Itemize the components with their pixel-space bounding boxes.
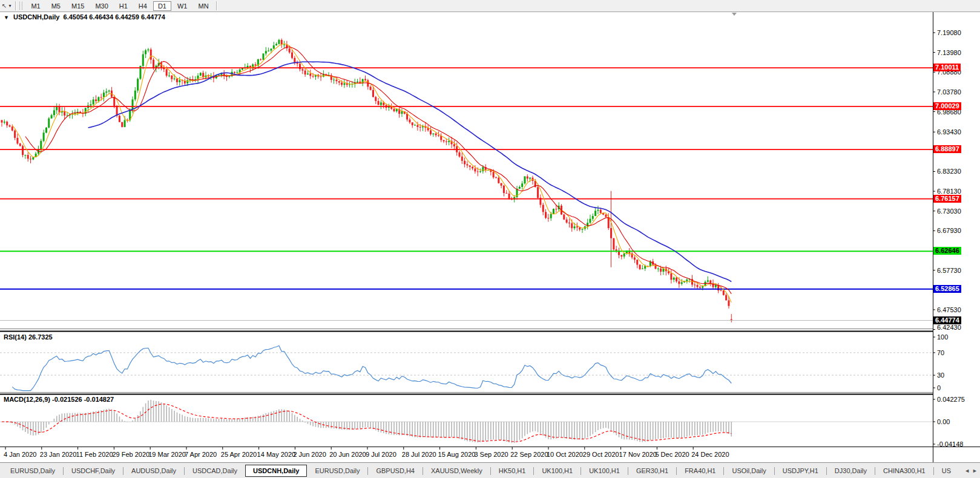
timeframe-button-d1[interactable]: D1 xyxy=(153,1,171,11)
timeframe-button-m30[interactable]: M30 xyxy=(90,1,113,11)
price-axis-tick: 6.73030 xyxy=(937,208,961,215)
price-level-badge: 6.44774 xyxy=(933,316,961,324)
date-axis-label: 14 May 2020 xyxy=(257,451,296,458)
date-axis-label: 25 Apr 2020 xyxy=(221,451,257,458)
symbol-tab-gbpusd-h4[interactable]: GBPUSD,H4 xyxy=(368,465,423,477)
timeframe-button-w1[interactable]: W1 xyxy=(173,1,192,11)
symbol-tab-eurusd-daily[interactable]: EURUSD,Daily xyxy=(2,465,63,477)
date-axis-label: 22 Sep 2020 xyxy=(510,451,548,458)
timeframe-button-mn[interactable]: MN xyxy=(193,1,213,11)
date-axis-label: 3 Sep 2020 xyxy=(474,451,508,458)
toolbar-divider xyxy=(216,1,217,10)
chart-tabs: EURUSD,DailyUSDCHF,DailyAUDUSD,DailyUSDC… xyxy=(0,463,962,478)
date-axis-label: 28 Jul 2020 xyxy=(402,451,436,458)
ohlc-high: 6.46434 xyxy=(89,13,113,21)
toolbar-divider xyxy=(15,1,16,10)
date-axis-label: 20 Jun 2020 xyxy=(329,451,366,458)
symbol-tab-audusd-daily[interactable]: AUDUSD,Daily xyxy=(123,465,184,477)
price-axis-tick: 6.83230 xyxy=(937,168,961,175)
rsi-axis-tick: 70 xyxy=(937,349,944,356)
price-axis-tick: 7.03780 xyxy=(937,88,961,96)
symbol-tab-usdchf-daily[interactable]: USDCHF,Daily xyxy=(64,465,123,477)
rsi-axis-tick: 30 xyxy=(937,372,944,379)
chart-canvas[interactable] xyxy=(0,0,980,478)
date-axis-label: 24 Dec 2020 xyxy=(691,451,729,458)
date-axis-label: 29 Oct 2020 xyxy=(583,451,619,458)
date-axis-label: 10 Oct 2020 xyxy=(547,451,583,458)
price-axis-tick: 7.13980 xyxy=(937,49,961,56)
price-level-badge: 6.76157 xyxy=(933,195,961,203)
symbol-tab-uk100-h1[interactable]: UK100,H1 xyxy=(534,465,580,477)
cursor-tool-icon[interactable]: ↖ xyxy=(0,2,8,9)
date-axis-label: 19 Mar 2020 xyxy=(148,451,186,458)
price-axis-tick: 6.57730 xyxy=(937,267,961,274)
symbol-tab-xauusd-weekly[interactable]: XAUUSD,Weekly xyxy=(423,465,490,477)
ohlc-low: 6.44259 xyxy=(115,13,139,21)
price-level-badge: 6.62646 xyxy=(933,247,961,255)
symbol-tab-fra40-h1[interactable]: FRA40,H1 xyxy=(677,465,723,477)
rsi-axis-tick: 100 xyxy=(937,333,948,341)
date-axis-label: 4 Jan 2020 xyxy=(4,451,36,458)
price-axis-tick: 6.42430 xyxy=(937,324,961,331)
price-level-badge: 6.52865 xyxy=(933,285,961,293)
date-axis-label: 9 Jul 2020 xyxy=(366,451,396,458)
rsi-axis-tick: 0 xyxy=(937,384,941,391)
date-axis-label: 23 Jan 2020 xyxy=(40,451,77,458)
symbol-tab-eurusd-daily[interactable]: EURUSD,Daily xyxy=(307,465,367,477)
macd-axis-tick: -0.04148 xyxy=(937,440,963,448)
title-caret-icon[interactable]: ▼ xyxy=(4,15,9,21)
date-axis-label: 11 Feb 2020 xyxy=(76,451,113,458)
price-level-badge: 6.88897 xyxy=(933,145,961,153)
chart-tabs-bar: EURUSD,DailyUSDCHF,DailyAUDUSD,DailyUSDC… xyxy=(0,462,980,478)
tabs-scroll-right-icon[interactable]: ► xyxy=(972,468,978,474)
symbol-tab-usdcad-daily[interactable]: USDCAD,Daily xyxy=(185,465,245,477)
price-axis-tick: 6.47530 xyxy=(937,306,961,313)
timeframe-button-m1[interactable]: M1 xyxy=(26,1,45,11)
symbol-tab-dj30-daily[interactable]: DJ30,Daily xyxy=(827,465,875,477)
timeframe-button-h1[interactable]: H1 xyxy=(114,1,133,11)
price-axis-tick: 6.67930 xyxy=(937,227,961,234)
symbol-tab-usdjpy-h1[interactable]: USDJPY,H1 xyxy=(775,465,826,477)
date-axis-label: 7 Apr 2020 xyxy=(185,451,217,458)
date-axis-label: 15 Aug 2020 xyxy=(438,451,476,458)
macd-axis-tick: 0.00 xyxy=(937,418,950,425)
symbol-tab-usdcnh-daily[interactable]: USDCNH,Daily xyxy=(245,465,307,477)
rsi-label: RSI(14) 26.7325 xyxy=(4,333,53,341)
cursor-tool-caret-icon[interactable]: ▾ xyxy=(8,3,13,8)
timeframe-toolbar: ↖ ▾ M1M5M15M30H1H4D1W1MN xyxy=(0,0,980,12)
symbol-tab-ger30-h1[interactable]: GER30,H1 xyxy=(628,465,676,477)
date-axis-label: 5 Dec 2020 xyxy=(655,451,689,458)
symbol-tab-hk50-h1[interactable]: HK50,H1 xyxy=(491,465,534,477)
ohlc-close: 6.44774 xyxy=(141,13,165,21)
price-axis-tick: 7.19080 xyxy=(937,29,961,36)
date-axis-label: 2 Jun 2020 xyxy=(293,451,326,458)
symbol-tab-usoil-daily[interactable]: USOil,Daily xyxy=(724,465,774,477)
trading-platform-window: ↖ ▾ M1M5M15M30H1H4D1W1MN ▼ USDCNH,Daily … xyxy=(0,0,980,478)
timeframe-group: M1M5M15M30H1H4D1W1MN xyxy=(25,1,214,11)
toolbar-grip[interactable] xyxy=(19,2,22,10)
chart-symbol-label: USDCNH,Daily xyxy=(13,13,59,21)
date-axis-label: 17 Nov 2020 xyxy=(619,451,657,458)
symbol-tab-us[interactable]: US xyxy=(934,465,959,477)
date-axis-label: 29 Feb 2020 xyxy=(112,451,150,458)
timeframe-button-m15[interactable]: M15 xyxy=(67,1,89,11)
macd-axis-tick: 0.042275 xyxy=(937,396,965,403)
price-axis-tick: 6.93430 xyxy=(937,128,961,136)
timeframe-button-m5[interactable]: M5 xyxy=(47,1,65,11)
timeframe-button-h4[interactable]: H4 xyxy=(134,1,152,11)
price-level-badge: 7.00029 xyxy=(933,102,961,110)
macd-label: MACD(12,26,9) -0.021526 -0.014827 xyxy=(4,396,114,403)
price-level-badge: 7.10011 xyxy=(933,64,961,71)
symbol-tab-uk100-h1[interactable]: UK100,H1 xyxy=(581,465,628,477)
price-axis-tick: 6.78130 xyxy=(937,188,961,195)
chart-title: ▼ USDCNH,Daily 6.45054 6.46434 6.44259 6… xyxy=(4,13,165,21)
tabs-scroll-left-icon[interactable]: ◄ xyxy=(964,468,970,474)
ohlc-open: 6.45054 xyxy=(64,13,88,21)
symbol-tab-china300-h1[interactable]: CHINA300,H1 xyxy=(875,465,933,477)
